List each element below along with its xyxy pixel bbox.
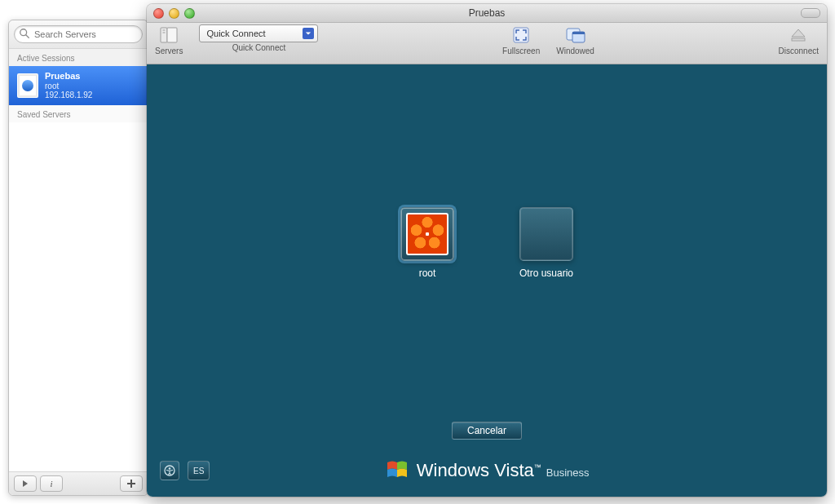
sidebar-footer: i xyxy=(9,471,148,495)
svg-point-12 xyxy=(169,467,171,470)
session-icon xyxy=(17,73,38,98)
windows-brand: Windows Vista™ Business xyxy=(218,459,757,482)
toolbar-toggle-button[interactable] xyxy=(801,8,820,18)
search-field[interactable] xyxy=(14,25,143,43)
drawer-icon xyxy=(159,24,179,46)
windows-logo-icon xyxy=(386,459,409,482)
session-title: Pruebas xyxy=(45,71,92,82)
add-button[interactable] xyxy=(120,475,143,492)
traffic-lights xyxy=(153,8,195,19)
fullscreen-label: Fullscreen xyxy=(502,46,540,55)
servers-label: Servers xyxy=(155,46,183,55)
zoom-icon[interactable] xyxy=(184,8,195,19)
windowed-button[interactable]: Windowed xyxy=(556,24,594,55)
quick-connect-select[interactable]: Quick Connect xyxy=(199,24,318,42)
accessibility-icon xyxy=(164,465,175,476)
chevron-down-icon xyxy=(303,28,314,39)
svg-rect-10 xyxy=(792,38,805,41)
user-label: Otro usuario xyxy=(519,267,573,279)
servers-button[interactable]: Servers xyxy=(155,24,183,55)
eject-icon xyxy=(789,24,807,46)
svg-rect-3 xyxy=(167,28,177,42)
ease-of-access-button[interactable] xyxy=(160,461,179,480)
remote-desktop-window: Pruebas Servers Quick Connect xyxy=(147,4,827,497)
login-user-area: root Otro usuario xyxy=(147,64,827,422)
user-avatar-frame xyxy=(400,207,454,261)
quick-connect-label: Quick Connect xyxy=(232,43,286,52)
session-item[interactable]: Pruebas root 192.168.1.92 xyxy=(9,66,148,105)
search-wrapper xyxy=(9,20,148,49)
window-title: Pruebas xyxy=(147,7,827,19)
disconnect-button[interactable]: Disconnect xyxy=(779,24,819,55)
vista-footer: ES Windows Vista™ Business xyxy=(147,451,827,497)
active-sessions-header: Active Sessions xyxy=(9,49,148,66)
fullscreen-button[interactable]: Fullscreen xyxy=(502,24,540,55)
language-button[interactable]: ES xyxy=(188,461,210,480)
user-avatar-frame xyxy=(519,207,573,261)
fullscreen-icon xyxy=(512,24,530,46)
user-label: root xyxy=(419,267,436,279)
session-user: root xyxy=(45,82,92,91)
quick-connect-control: Quick Connect Quick Connect xyxy=(199,24,318,52)
info-button[interactable]: i xyxy=(40,475,63,492)
servers-sidebar: Active Sessions Pruebas root 192.168.1.9… xyxy=(8,20,148,496)
brand-main: Windows Vista™ xyxy=(417,460,541,481)
disconnect-label: Disconnect xyxy=(779,46,819,55)
windowed-icon xyxy=(566,24,585,46)
language-label: ES xyxy=(193,466,204,475)
session-host: 192.168.1.92 xyxy=(45,91,92,100)
minimize-icon[interactable] xyxy=(169,8,179,19)
flower-avatar-icon xyxy=(406,213,448,255)
windowed-label: Windowed xyxy=(556,46,594,55)
play-button[interactable] xyxy=(14,475,37,492)
session-list: Pruebas root 192.168.1.92 Saved Servers xyxy=(9,66,148,471)
quick-connect-value: Quick Connect xyxy=(206,29,265,38)
svg-rect-9 xyxy=(572,32,585,34)
cancel-button[interactable]: Cancelar xyxy=(452,422,522,440)
saved-servers-header: Saved Servers xyxy=(9,105,148,122)
titlebar: Pruebas xyxy=(147,4,827,23)
toolbar: Servers Quick Connect Quick Connect xyxy=(147,23,827,64)
user-tile-root[interactable]: root xyxy=(400,207,454,279)
brand-edition: Business xyxy=(546,466,590,479)
search-input[interactable] xyxy=(14,25,143,43)
vista-login-screen: root Otro usuario Cancelar xyxy=(147,64,827,497)
user-tile-other[interactable]: Otro usuario xyxy=(519,207,573,279)
close-icon[interactable] xyxy=(153,8,164,19)
